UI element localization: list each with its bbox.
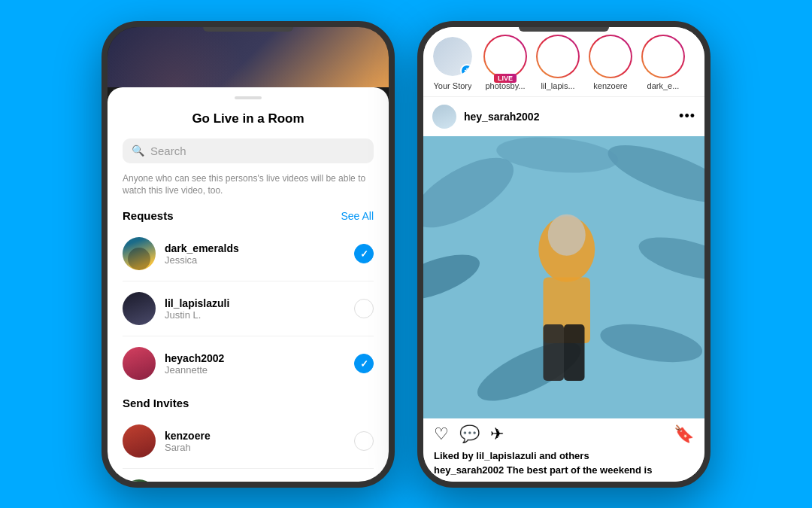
search-bar[interactable]: 🔍 Search <box>123 138 374 163</box>
requests-list: dark_emeralds Jessica lil_lapislazuli Ju… <box>123 231 374 386</box>
divider <box>123 281 374 281</box>
avatar <box>123 237 156 270</box>
svg-rect-10 <box>544 324 565 381</box>
more-options-icon[interactable]: ••• <box>679 108 695 124</box>
avatar <box>123 424 156 458</box>
list-item[interactable]: dark_emeralds Jessica <box>123 231 374 276</box>
phone-screen: + Your Story LIVE photosby... <box>423 27 704 482</box>
post-actions: ♡ 💬 ✈ 🔖 <box>423 418 704 450</box>
story-item[interactable]: + Your Story <box>431 35 474 90</box>
username: lil_lapislazuli <box>165 297 345 309</box>
user-subname: Sarah <box>165 442 345 453</box>
select-checkbox[interactable] <box>354 431 374 451</box>
modal-handle <box>235 96 262 99</box>
story-label: Your Story <box>434 81 472 90</box>
comment-icon[interactable]: 💬 <box>459 424 480 444</box>
post-image <box>423 136 704 418</box>
post-avatar <box>432 105 456 129</box>
caption-username[interactable]: hey_sarah2002 <box>434 464 504 476</box>
caption-text: The best part of the weekend is <box>504 464 652 476</box>
requests-section-header: Requests See All <box>123 209 374 222</box>
username: heyach2002 <box>165 352 345 364</box>
invites-section-header: Send Invites <box>123 397 374 409</box>
share-icon[interactable]: ✈ <box>490 424 504 444</box>
username: dark_emeralds <box>165 242 345 254</box>
story-ring <box>483 35 527 78</box>
story-ring <box>589 35 632 78</box>
stories-row: + Your Story LIVE photosby... <box>423 27 704 97</box>
user-subname: Jessica <box>165 254 345 266</box>
list-item[interactable]: lil_lapislazuli Justin L. <box>123 286 374 331</box>
your-story-avatar: + <box>433 37 472 76</box>
user-subname: Justin L. <box>165 309 345 321</box>
notice-text: Anyone who can see this persons's live v… <box>123 172 374 198</box>
live-badge: LIVE <box>494 74 517 83</box>
search-icon: 🔍 <box>132 144 144 157</box>
story-avatar <box>641 35 685 78</box>
story-item[interactable]: kenzoere <box>589 35 632 90</box>
user-info: kenzoere Sarah <box>165 430 345 453</box>
user-info: dark_emeralds Jessica <box>165 242 345 266</box>
invites-list: kenzoere Sarah travis_shreds18 <box>123 418 374 481</box>
add-story-icon: + <box>460 64 472 76</box>
user-subname: Jeannette <box>165 364 345 376</box>
requests-title: Requests <box>123 209 174 222</box>
phone-right: + Your Story LIVE photosby... <box>417 21 710 488</box>
post-username[interactable]: hey_sarah2002 <box>464 111 671 123</box>
divider <box>123 468 374 469</box>
avatar <box>123 292 156 325</box>
bookmark-icon[interactable]: 🔖 <box>674 424 694 444</box>
post-caption: hey_sarah2002 The best part of the weeke… <box>423 464 704 482</box>
story-label: kenzoere <box>593 81 627 90</box>
modal-sheet: Go Live in a Room 🔍 Search Anyone who ca… <box>108 87 389 482</box>
user-info: lil_lapislazuli Justin L. <box>165 297 345 321</box>
story-ring <box>536 35 580 78</box>
story-item-live[interactable]: LIVE photosby... <box>483 35 527 90</box>
story-item[interactable]: lil_lapis... <box>536 35 580 90</box>
svg-rect-11 <box>564 324 585 381</box>
invites-title: Send Invites <box>123 397 189 409</box>
post-header: hey_sarah2002 ••• <box>423 97 704 136</box>
story-avatar-inner: + <box>433 37 472 76</box>
select-checkbox[interactable] <box>354 299 374 318</box>
story-label: lil_lapis... <box>541 81 574 90</box>
story-ring <box>641 35 685 78</box>
story-item[interactable]: dark_e... <box>641 35 685 90</box>
story-avatar: + <box>431 35 474 78</box>
select-checkbox[interactable] <box>354 244 374 263</box>
post-likes: Liked by lil_lapislazuli and others <box>423 450 704 464</box>
see-all-button[interactable]: See All <box>341 210 374 222</box>
list-item[interactable]: kenzoere Sarah <box>123 418 374 464</box>
story-avatar <box>589 35 632 78</box>
post-image-svg <box>423 136 704 418</box>
list-item[interactable]: heyach2002 Jeannette <box>123 341 374 386</box>
story-label: dark_e... <box>647 81 680 90</box>
avatar <box>123 347 156 380</box>
svg-point-12 <box>548 214 586 255</box>
like-icon[interactable]: ♡ <box>434 424 449 444</box>
search-placeholder: Search <box>150 144 186 157</box>
user-info: heyach2002 Jeannette <box>165 352 345 376</box>
modal-title: Go Live in a Room <box>123 111 374 126</box>
phone-left: Go Live in a Room 🔍 Search Anyone who ca… <box>102 21 395 488</box>
avatar <box>123 479 156 481</box>
story-avatar: LIVE <box>483 35 527 78</box>
select-checkbox[interactable] <box>354 354 374 373</box>
story-avatar <box>536 35 580 78</box>
camera-preview <box>108 27 389 87</box>
username: kenzoere <box>165 430 345 442</box>
divider <box>123 336 374 336</box>
list-item[interactable]: travis_shreds18 <box>123 473 374 481</box>
